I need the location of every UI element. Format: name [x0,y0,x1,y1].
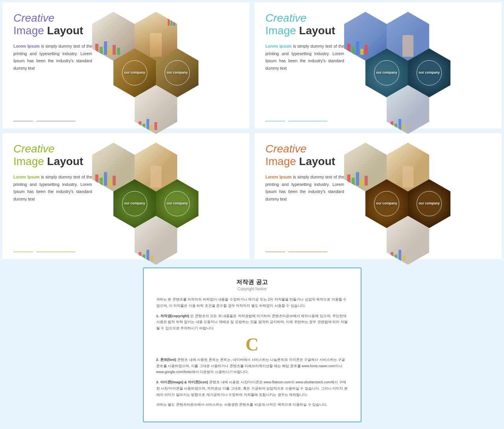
divider-long-p1 [36,121,76,122]
panel-3-content: Creative Image Layout Lorem Ipsum is sim… [13,143,92,252]
title-bold-p3: Layout [47,155,83,167]
hex-4-text-p2: our company [419,71,439,75]
title-line2-p2: Image Layout [265,24,344,37]
hex-4-circle-p1: our company [165,60,190,85]
hex-3-circle-p4: our company [374,191,399,216]
title-line2-p4: Image Layout [265,155,344,168]
hex-4-circle-p2: our company [417,60,442,85]
panel-2-hex-area: our company our company [344,12,495,121]
divider-short-p4 [265,252,285,253]
honeycomb-p3: our company our company [92,143,195,245]
hex-3-circle-p1: our company [122,60,147,85]
divider-long-p2 [288,121,328,122]
panel-3-divider [13,252,92,253]
panel-1-content: Creative Image Layout Lorem Ipsum is sim… [13,12,92,121]
title-line1-p3: Creative [13,143,92,155]
title-line1-p2: Creative [265,12,344,24]
title-line1-p4: Creative [265,143,344,155]
panel-4-hex-area: our company our company [344,143,495,252]
hex-4-text-p1: our company [167,71,187,75]
panel-4: Creative Image Layout Lorem Ipsum is sim… [254,133,502,259]
panel-1-hex-area: our company our company [92,12,243,121]
copyright-s1-title: 1. 저작권(copyright) [156,314,189,318]
hex-3-circle-p3: our company [122,191,147,216]
honeycomb-p2: our company our company [344,12,447,114]
title-italic-p4: Image [265,155,296,167]
title-line2-p1: Image Layout [13,24,92,37]
panel-3-title: Creative Image Layout [13,143,92,168]
copyright-section3: 3. 아이콘(image) & 아이콘(icon) 콘텐츠 내에 사용된 사진/… [156,379,348,398]
copyright-para1: 귀하는 본 콘텐츠를 저작자의 허락없이 내용을 수정하거나 재가공 또는 2차… [156,297,348,309]
desc-highlight-p1: Lorem Ipsum [13,44,40,48]
divider-long-p3 [36,252,76,253]
divider-long-p4 [288,252,328,253]
panel-1-divider [13,121,92,122]
panel-2-divider [265,121,344,122]
honeycomb-p4: our company our company [344,143,447,245]
panel-2-title: Creative Image Layout [265,12,344,37]
panel-1-title: Creative Image Layout [13,12,92,37]
panel-4-title: Creative Image Layout [265,143,344,168]
copyright-title-kr: 저작권 공고 [156,279,348,286]
hex-3-text-p1: our company [124,71,145,75]
title-italic-p2: Image [265,24,296,37]
title-italic-p1: Image [13,24,44,37]
copyright-s2-title: 2. 폰트(font) [156,358,176,362]
copyright-box: 저작권 공고 Copyright Notice 귀하는 본 콘텐츠를 저작자의 … [143,267,361,422]
title-italic-p3: Image [13,155,44,167]
hex-4-circle-p4: our company [417,191,442,216]
main-layout: Creative Image Layout Lorem Ipsum is sim… [0,0,504,429]
title-bold-p1: Layout [47,24,83,37]
panel-3: Creative Image Layout Lorem Ipsum is sim… [2,133,250,259]
hex-3-text-p2: our company [376,71,397,75]
title-line1-p1: Creative [13,12,92,24]
divider-short-p1 [13,121,33,122]
copyright-closing: 귀하는 별도 콘텐츠타운㈜에서 서비스하는 사용권한 콘텐츠를 비공개 사적인 … [156,402,348,408]
hex-4-text-p3: our company [167,201,187,206]
desc-highlight-p2: Lorem Ipsum [265,44,292,48]
panel-4-content: Creative Image Layout Lorem Ipsum is sim… [265,143,344,252]
desc-highlight-p3: Lorem Ipsum [13,175,40,179]
panel-3-hex-area: our company our company [92,143,243,252]
hex-3-text-p3: our company [124,201,145,206]
title-bold-p2: Layout [299,24,335,37]
panel-2-desc: Lorem Ipsum is simply dummy text of the … [265,43,344,114]
desc-highlight-p4: Lorem Ipsum [265,175,292,179]
panel-4-desc: Lorem Ipsum is simply dummy text of the … [265,173,344,245]
copyright-section: 저작권 공고 Copyright Notice 귀하는 본 콘텐츠를 저작자의 … [0,262,504,429]
hex-4-circle-p3: our company [165,191,190,216]
divider-short-p3 [13,252,33,253]
hex-3-text-p4: our company [376,201,397,206]
divider-short-p2 [265,121,285,122]
copyright-s2-body: 콘텐츠 내에 사용된 폰트는 폰트는, 네이버에서 서비스하는 나눔폰트와 아이… [156,358,345,374]
title-bold-p4: Layout [299,155,335,167]
copyright-title-en: Copyright Notice [156,287,348,291]
panel-3-desc: Lorem Ipsum is simply dummy text of the … [13,173,92,245]
panel-1: Creative Image Layout Lorem Ipsum is sim… [2,2,250,128]
hex-4-text-p4: our company [419,201,439,206]
copyright-s3-title: 3. 아이콘(image) & 아이콘(icon) [156,380,208,384]
title-line2-p3: Image Layout [13,155,92,168]
panel-2-content: Creative Image Layout Lorem Ipsum is sim… [265,12,344,121]
panel-4-divider [265,252,344,253]
hex-3-circle-p2: our company [374,60,399,85]
copyright-section1: 1. 저작권(copyright) 은 콘텐츠의 모든 위 내용들은 저작권법에… [156,313,348,332]
panel-1-desc: Lorem Ipsum is simply dummy text of the … [13,43,92,114]
copyright-c-letter: C [156,336,348,354]
copyright-section2: 2. 폰트(font) 콘텐츠 내에 사용된 폰트는 폰트는, 네이버에서 서비… [156,357,348,375]
panel-2: Creative Image Layout Lorem Ipsum is sim… [254,2,502,128]
honeycomb-p1: our company our company [92,12,195,114]
